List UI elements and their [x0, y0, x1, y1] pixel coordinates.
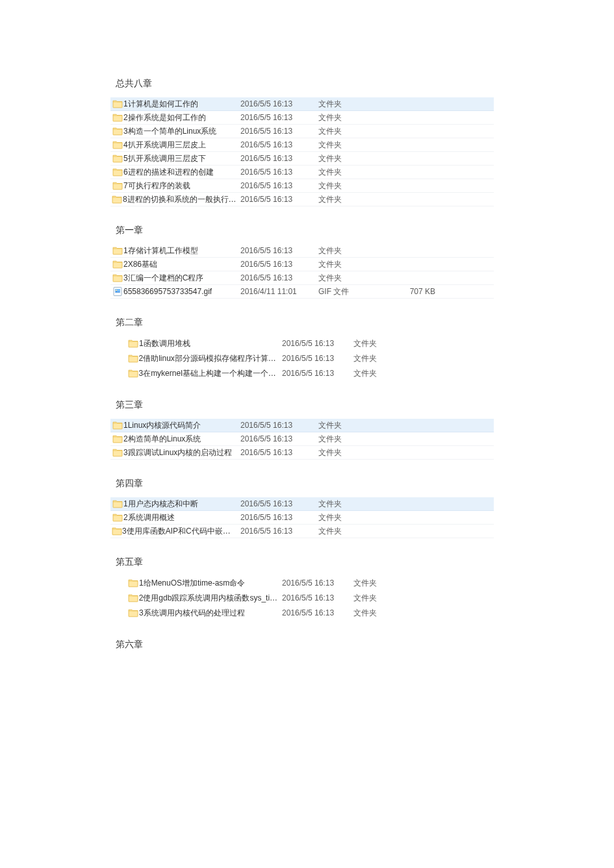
section-heading: 第二章	[116, 317, 494, 329]
file-name: 3使用库函数AIP和C代码中嵌入汇编代码...	[122, 526, 240, 537]
file-row[interactable]: 3使用库函数AIP和C代码中嵌入汇编代码...2016/5/5 16:13文件夹	[110, 525, 494, 538]
file-type: 文件夹	[318, 434, 396, 445]
file-name: 1Linux内核源代码简介	[123, 420, 205, 431]
file-name: 4扒开系统调用三层皮上	[123, 140, 210, 151]
file-row[interactable]: 3跟踪调试Linux内核的启动过程2016/5/5 16:13文件夹	[110, 446, 494, 460]
file-row[interactable]: 2系统调用概述2016/5/5 16:13文件夹	[110, 511, 494, 525]
file-row[interactable]: 4扒开系统调用三层皮上2016/5/5 16:13文件夹	[110, 138, 494, 152]
file-list: 1计算机是如何工作的2016/5/5 16:13文件夹2操作系统是如何工作的20…	[110, 97, 494, 206]
file-name: 3在mykernel基础上构建一个构建一个简...	[138, 368, 282, 379]
file-date: 2016/5/5 16:13	[240, 181, 318, 190]
file-name: 655836695753733547.gif	[123, 287, 216, 296]
section-heading: 第三章	[116, 399, 494, 411]
file-name: 1用户态内核态和中断	[123, 499, 202, 510]
file-date: 2016/5/5 16:13	[282, 369, 353, 378]
file-type: 文件夹	[353, 608, 431, 619]
file-name-cell: 2X86基础	[110, 259, 240, 270]
file-row[interactable]: 1Linux内核源代码简介2016/5/5 16:13文件夹	[110, 419, 494, 432]
file-row[interactable]: 6进程的描述和进程的创建2016/5/5 16:13文件夹	[110, 166, 494, 179]
file-row[interactable]: 3汇编一个建档的C程序2016/5/5 16:13文件夹	[110, 271, 494, 285]
folder-icon	[112, 434, 123, 444]
file-row[interactable]: 1函数调用堆栈2016/5/5 16:13文件夹	[126, 336, 494, 351]
gif-file-icon	[112, 286, 123, 297]
file-row[interactable]: 1计算机是如何工作的2016/5/5 16:13文件夹	[110, 97, 494, 111]
file-name: 6进程的描述和进程的创建	[123, 167, 218, 178]
file-type: 文件夹	[318, 167, 396, 178]
file-name: 1存储计算机工作模型	[123, 245, 202, 256]
folder-icon	[112, 447, 123, 458]
folder-icon	[112, 245, 123, 256]
file-name: 2系统调用概述	[123, 512, 179, 523]
file-date: 2016/5/5 16:13	[240, 273, 318, 282]
file-row[interactable]: 655836695753733547.gif2016/4/11 11:01GIF…	[110, 285, 494, 299]
file-row[interactable]: 2构造简单的Linux系统2016/5/5 16:13文件夹	[110, 432, 494, 446]
file-name-cell: 1用户态内核态和中断	[110, 499, 240, 510]
file-type: 文件夹	[318, 180, 396, 192]
file-row[interactable]: 1存储计算机工作模型2016/5/5 16:13文件夹	[110, 244, 494, 258]
file-name: 1给MenuOS增加time-asm命令	[139, 578, 249, 589]
file-type: 文件夹	[353, 368, 431, 379]
file-name-cell: 4扒开系统调用三层皮上	[110, 140, 240, 151]
folder-icon	[112, 167, 123, 177]
folder-icon	[112, 259, 123, 269]
file-row[interactable]: 5扒开系统调用三层皮下2016/5/5 16:13文件夹	[110, 152, 494, 166]
file-name: 2借助linux部分源码模拟存储程序计算机...	[138, 353, 282, 364]
file-date: 2016/5/5 16:13	[240, 140, 318, 149]
file-type: 文件夹	[318, 140, 396, 151]
section-heading: 第一章	[116, 225, 494, 236]
file-row[interactable]: 3在mykernel基础上构建一个构建一个简...2016/5/5 16:13文…	[126, 366, 494, 381]
file-date: 2016/5/5 16:13	[240, 513, 318, 522]
folder-icon	[112, 194, 123, 205]
file-list: 1函数调用堆栈2016/5/5 16:13文件夹2借助linux部分源码模拟存储…	[126, 336, 494, 381]
file-date: 2016/5/5 16:13	[240, 99, 318, 108]
file-row[interactable]: 3系统调用内核代码的处理过程2016/5/5 16:13文件夹	[126, 606, 494, 621]
file-row[interactable]: 1用户态内核态和中断2016/5/5 16:13文件夹	[110, 497, 494, 511]
folder-icon	[112, 526, 122, 536]
file-row[interactable]: 1给MenuOS增加time-asm命令2016/5/5 16:13文件夹	[126, 576, 494, 591]
file-name-cell: 1计算机是如何工作的	[110, 99, 240, 110]
file-row[interactable]: 2操作系统是如何工作的2016/5/5 16:13文件夹	[110, 111, 494, 125]
file-name-cell: 6进程的描述和进程的创建	[110, 167, 240, 178]
folder-icon	[127, 578, 139, 588]
file-name-cell: 1给MenuOS增加time-asm命令	[126, 578, 282, 589]
file-row[interactable]: 2X86基础2016/5/5 16:13文件夹	[110, 258, 494, 271]
file-type: 文件夹	[318, 153, 396, 164]
file-type: 文件夹	[318, 126, 396, 137]
file-row[interactable]: 3构造一个简单的Linux系统2016/5/5 16:13文件夹	[110, 125, 494, 138]
file-name-cell: 3跟踪调试Linux内核的启动过程	[110, 447, 240, 458]
file-name-cell: 3构造一个简单的Linux系统	[110, 126, 240, 137]
folder-icon	[112, 180, 123, 191]
folder-icon	[112, 99, 123, 109]
file-date: 2016/5/5 16:13	[240, 421, 318, 430]
file-name-cell: 3汇编一个建档的C程序	[110, 273, 240, 284]
file-name-cell: 2使用gdb跟踪系统调用内核函数sys_time	[126, 593, 282, 604]
file-name-cell: 1存储计算机工作模型	[110, 245, 240, 256]
file-name-cell: 2借助linux部分源码模拟存储程序计算机...	[126, 353, 282, 364]
file-date: 2016/5/5 16:13	[240, 154, 318, 163]
file-date: 2016/5/5 16:13	[240, 127, 318, 136]
folder-icon	[112, 499, 123, 509]
file-type: 文件夹	[318, 245, 396, 256]
file-name: 3跟踪调试Linux内核的启动过程	[123, 447, 236, 458]
file-type: 文件夹	[318, 112, 396, 123]
folder-icon	[127, 593, 139, 603]
file-date: 2016/5/5 16:13	[240, 167, 318, 177]
file-name-cell: 655836695753733547.gif	[110, 286, 240, 297]
file-row[interactable]: 2借助linux部分源码模拟存储程序计算机...2016/5/5 16:13文件…	[126, 351, 494, 366]
file-name-cell: 2构造简单的Linux系统	[110, 434, 240, 445]
file-row[interactable]: 7可执行程序的装载2016/5/5 16:13文件夹	[110, 179, 494, 193]
file-date: 2016/5/5 16:13	[240, 527, 318, 536]
file-date: 2016/5/5 16:13	[240, 434, 318, 443]
folder-icon	[127, 608, 139, 618]
file-name-cell: 3在mykernel基础上构建一个构建一个简...	[126, 368, 282, 379]
file-type: GIF 文件	[318, 286, 396, 297]
file-type: 文件夹	[353, 578, 431, 589]
file-name: 2构造简单的Linux系统	[123, 434, 205, 445]
file-date: 2016/4/11 11:01	[240, 287, 318, 296]
file-row[interactable]: 2使用gdb跟踪系统调用内核函数sys_time2016/5/5 16:13文件…	[126, 591, 494, 606]
file-name-cell: 1函数调用堆栈	[126, 338, 282, 349]
folder-icon	[127, 368, 138, 378]
file-name: 1函数调用堆栈	[139, 338, 194, 349]
file-row[interactable]: 8进程的切换和系统的一般执行过程2016/5/5 16:13文件夹	[110, 193, 494, 206]
folder-icon	[127, 353, 138, 364]
